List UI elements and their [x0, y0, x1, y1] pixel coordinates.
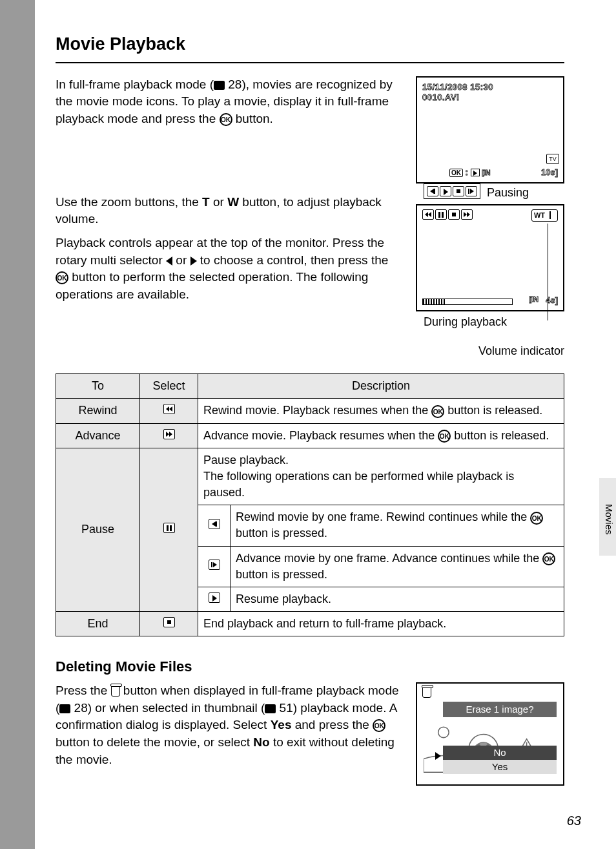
- stop-icon: [453, 186, 464, 196]
- table-header-description: Description: [198, 374, 564, 399]
- step-back-icon: [209, 519, 220, 529]
- rewind-icon: [422, 209, 434, 220]
- pausing-controls-callout: [424, 183, 480, 199]
- step-forward-icon: [209, 560, 220, 570]
- screen-duration: 10s]: [541, 167, 558, 178]
- screen-filename: 0010.AVI: [422, 92, 459, 103]
- zoom-wt-icon: WT: [531, 209, 558, 222]
- rewind-icon: [163, 404, 175, 414]
- svg-point-3: [438, 727, 449, 737]
- delete-paragraph: Press the button when displayed in full-…: [56, 682, 403, 768]
- stop-icon: [163, 617, 175, 627]
- fast-forward-icon: [163, 429, 175, 439]
- play-icon: [209, 592, 220, 603]
- trash-icon: [111, 686, 120, 697]
- ok-button-icon: OK: [373, 719, 385, 732]
- playback-mode-icon: [214, 81, 225, 90]
- dialog-title: Erase 1 image?: [443, 702, 557, 717]
- intro-paragraph-3: Playback controls appear at the top of t…: [56, 235, 403, 303]
- operations-table: To Select Description Rewind Rewind movi…: [56, 373, 564, 636]
- trash-icon: [422, 687, 431, 698]
- step-forward-icon: [466, 186, 477, 196]
- pause-icon: [435, 209, 447, 220]
- dialog-no-option[interactable]: No: [443, 746, 557, 760]
- ok-button-icon: OK: [438, 430, 451, 443]
- pause-icon: [163, 523, 175, 533]
- screen-preview-2: WT [IN 4s]: [416, 204, 564, 311]
- table-row: Advance Advance movie. Playback resumes …: [56, 423, 564, 448]
- ok-button-icon: OK: [542, 552, 555, 565]
- selection-arrow-icon: [435, 752, 441, 760]
- subsection-title: Deleting Movie Files: [56, 657, 564, 677]
- elapsed-time: 4s]: [546, 295, 558, 306]
- play-icon: [440, 186, 451, 196]
- table-header-select: Select: [140, 374, 198, 399]
- ok-button-icon: OK: [220, 113, 232, 126]
- in-label: [IN: [529, 295, 539, 304]
- volume-indicator-caption: Volume indicator: [416, 343, 564, 359]
- playback-mode-icon: [59, 704, 70, 713]
- screen-ok-hint: OK : [IN: [449, 167, 491, 178]
- delete-confirmation-screen: Erase 1 image? No Yes: [416, 682, 564, 786]
- table-row: Rewind Rewind movie. Playback resumes wh…: [56, 399, 564, 423]
- progress-bar: [422, 299, 513, 305]
- table-header-to: To: [56, 374, 140, 399]
- fast-forward-icon: [461, 209, 473, 220]
- intro-paragraph-2: Use the zoom buttons, the T or W button,…: [56, 194, 403, 228]
- left-arrow-icon: [166, 257, 172, 266]
- pausing-label: Pausing: [487, 185, 529, 201]
- dialog-yes-option[interactable]: Yes: [443, 760, 557, 774]
- table-row: End End playback and return to full-fram…: [56, 612, 564, 636]
- page-title: Movie Playback: [56, 32, 564, 63]
- ok-button-icon: OK: [56, 271, 68, 284]
- section-tab: Movies: [599, 478, 616, 556]
- stop-icon: [448, 209, 460, 220]
- ok-button-icon: OK: [530, 512, 543, 525]
- tv-icon: TV: [546, 154, 559, 164]
- page-number: 63: [567, 812, 581, 830]
- playback-mode-icon: [265, 704, 276, 713]
- screen-preview-1: 15/11/2008 15:30 0010.AVI TV OK : [IN 10…: [416, 76, 564, 183]
- intro-paragraph-1: In full-frame playback mode ( 28), movie…: [56, 76, 403, 128]
- ok-button-icon: OK: [431, 405, 444, 418]
- right-arrow-icon: [190, 257, 197, 266]
- table-row: Pause Pause playback. The following oper…: [56, 448, 564, 505]
- step-back-icon: [427, 186, 438, 196]
- during-playback-caption: During playback: [416, 314, 564, 330]
